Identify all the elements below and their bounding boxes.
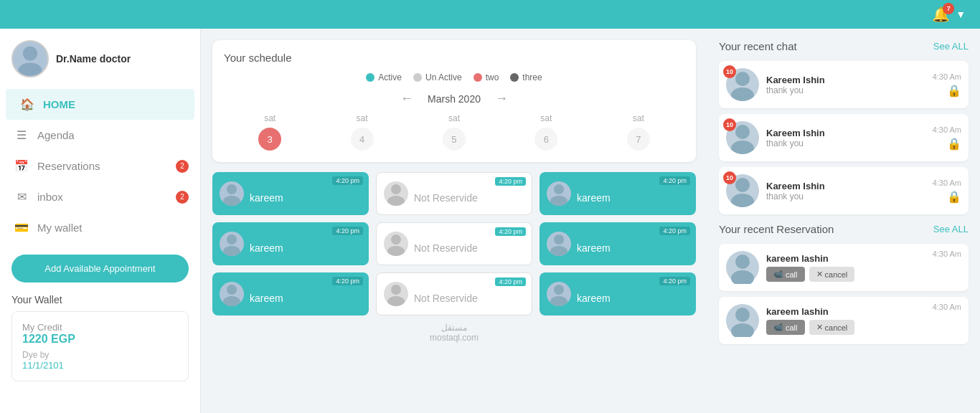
prev-month-button[interactable]: ← [400, 91, 413, 106]
sidebar-item-agenda[interactable]: ☰ Agenda [0, 120, 200, 151]
user-dropdown-arrow[interactable]: ▼ [956, 9, 966, 20]
inbox-badge: 2 [176, 191, 189, 204]
recent-reservation-see-all[interactable]: See ALL [933, 224, 969, 234]
cal-day-3[interactable]: sat 6 [534, 113, 557, 151]
appt-time-6: 4:20 pm [659, 227, 690, 235]
chat-name-2: Kareem Ishin [766, 181, 925, 191]
appointment-7[interactable]: 4:20 pm kareem [212, 272, 369, 315]
svg-point-7 [550, 196, 567, 206]
day-name-3: sat [540, 113, 552, 123]
appt-time-4: 4:20 pm [332, 227, 363, 235]
sidebar-item-wallet[interactable]: 💳 My wallet [0, 212, 200, 243]
appt-avatar-3 [547, 181, 571, 206]
recent-reservation-header: Your recent Reservation See ALL [719, 223, 969, 235]
chat-time-0: 4:30 Am [933, 72, 961, 81]
legend-unactive-label: Un Active [425, 72, 462, 82]
day-num-1: 4 [351, 128, 374, 151]
legend: Active Un Active two three [224, 72, 684, 82]
recent-chat-see-all[interactable]: See ALL [933, 41, 969, 52]
watermark-arabic: مستقل [212, 323, 696, 333]
day-name-0: sat [264, 113, 275, 123]
sidebar-item-inbox[interactable]: ✉ inbox 2 [0, 181, 200, 212]
agenda-icon: ☰ [14, 128, 29, 142]
svg-point-18 [554, 285, 564, 295]
recent-chat-title: Your recent chat [719, 40, 797, 52]
appointment-2[interactable]: 4:20 pm Not Reservide [376, 172, 532, 215]
cal-day-2[interactable]: sat 5 [443, 113, 466, 151]
video-icon-0: 📹 [773, 270, 783, 279]
legend-active-label: Active [378, 72, 402, 82]
home-icon: 🏠 [20, 98, 34, 111]
calendar-days: sat 3 sat 4 sat 5 sat 6 sat 7 [224, 113, 684, 151]
sidebar-item-reservations[interactable]: 📅 Reservations 2 [0, 151, 200, 181]
chat-badge-1: 10 [723, 118, 736, 131]
appt-time-7: 4:20 pm [332, 277, 363, 285]
legend-two-label: two [486, 72, 499, 82]
call-button-1[interactable]: 📹 call [766, 320, 805, 335]
sidebar: Dr.Name doctor 🏠 HOME ☰ Agenda 📅 Reserva… [0, 29, 201, 413]
res-time-0: 4:30 Am [933, 250, 961, 258]
cal-day-4[interactable]: sat 7 [627, 113, 650, 151]
lock-icon-0: 🔒 [947, 84, 961, 98]
cancel-button-0[interactable]: ✕ cancel [809, 267, 855, 282]
x-icon-0: ✕ [816, 270, 823, 279]
appointment-5[interactable]: 4:20 pm Not Reservide [376, 222, 532, 265]
schedule-card: Your schedule Active Un Active two thr [212, 40, 696, 162]
profile-section: Dr.Name doctor [0, 40, 200, 89]
next-month-button[interactable]: → [495, 91, 508, 106]
calendar-nav: ← Marsh 2020 → [224, 91, 684, 106]
svg-point-5 [387, 196, 405, 206]
appointment-9[interactable]: 4:20 pm kareem [540, 272, 696, 315]
chat-msg-0: thank you [766, 85, 925, 95]
appt-name-6: kareem [577, 242, 611, 254]
recent-reservation-title: Your recent Reservation [719, 223, 834, 235]
calendar-month: Marsh 2020 [428, 93, 481, 105]
legend-unactive: Un Active [413, 72, 462, 82]
chat-msg-1: thank you [766, 138, 925, 148]
appt-time-3: 4:20 pm [659, 176, 690, 185]
wallet-card: My Credit 1220 EGP Dye by 11/1/2101 [11, 311, 189, 381]
chat-info-1: Kareem Ishin thank you [766, 128, 925, 148]
appointment-6[interactable]: 4:20 pm kareem [540, 222, 696, 265]
chat-avatar-wrap-2: 10 [726, 174, 759, 207]
chat-item-0[interactable]: 10 Kareem Ishin thank you 4:30 Am 🔒 [719, 61, 969, 108]
legend-two: two [473, 72, 499, 82]
call-button-0[interactable]: 📹 call [766, 267, 805, 282]
chat-name-0: Kareem Ishin [766, 75, 925, 85]
svg-point-17 [387, 296, 405, 306]
appointment-4[interactable]: 4:20 pm kareem [212, 222, 369, 265]
chat-item-1[interactable]: 10 Kareem Ishin thank you 4:30 Am 🔒 [719, 114, 969, 161]
add-available-appointment-button[interactable]: Add Available Appointment [11, 255, 189, 283]
day-name-1: sat [357, 113, 368, 123]
appointment-3[interactable]: 4:20 pm kareem [540, 172, 696, 215]
appointment-1[interactable]: 4:20 pm kareem [212, 172, 369, 215]
avatar [11, 40, 49, 77]
chat-item-2[interactable]: 10 Kareem Ishin thank you 4:30 Am 🔒 [719, 167, 969, 214]
chat-name-1: Kareem Ishin [766, 128, 925, 138]
day-num-3: 6 [534, 128, 557, 151]
reservation-item-1: kareem lashin 📹 call ✕ cancel 4:30 Am [719, 297, 969, 344]
chat-badge-0: 10 [723, 65, 736, 78]
chat-time-1: 4:30 Am [933, 125, 961, 134]
day-num-0: 3 [258, 128, 281, 151]
svg-point-2 [227, 184, 237, 194]
reservations-icon: 📅 [14, 159, 29, 173]
legend-three-label: three [522, 72, 542, 82]
notification-bell-wrap[interactable]: 🔔 7 [932, 6, 950, 23]
credit-label: My Credit [22, 322, 178, 333]
doctor-name: Dr.Name doctor [56, 53, 131, 65]
svg-point-25 [731, 194, 754, 207]
appt-avatar-9 [547, 282, 571, 306]
cal-day-1[interactable]: sat 4 [351, 113, 374, 151]
appt-avatar-6 [547, 232, 571, 256]
legend-active: Active [366, 72, 402, 82]
chat-info-0: Kareem Ishin thank you [766, 75, 925, 95]
svg-point-6 [554, 184, 564, 194]
call-label-1: call [786, 323, 798, 332]
appointment-8[interactable]: 4:20 pm Not Reservide [376, 272, 532, 315]
sidebar-item-home[interactable]: 🏠 HOME [6, 89, 194, 120]
appt-name-4: kareem [250, 242, 283, 254]
appt-avatar-1 [220, 181, 244, 206]
cal-day-0[interactable]: sat 3 [258, 113, 281, 151]
cancel-button-1[interactable]: ✕ cancel [809, 320, 855, 335]
